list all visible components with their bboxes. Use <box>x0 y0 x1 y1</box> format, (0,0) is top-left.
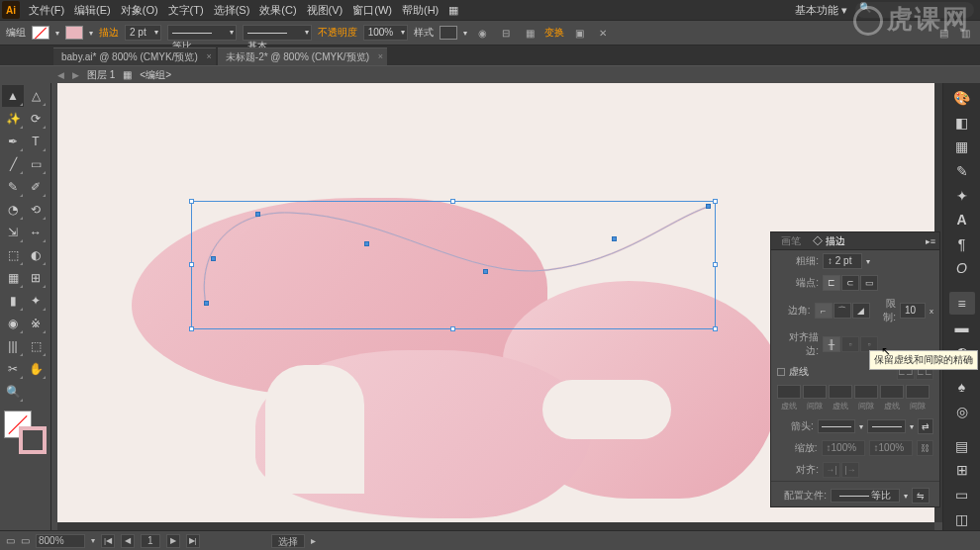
workspace-switcher[interactable]: 基本功能 ▾ <box>795 3 847 18</box>
stroke-weight-dropdown[interactable]: 2 pt <box>125 25 161 41</box>
paintbrush-tool[interactable]: ✎ <box>2 176 24 198</box>
corner-miter-button[interactable]: ⌐ <box>815 303 833 319</box>
transform-icon[interactable]: ▭ <box>949 484 975 506</box>
dash-field[interactable] <box>829 385 852 399</box>
panel-setup-icon[interactable]: ▤ <box>934 24 952 42</box>
symbols-icon[interactable]: ✦ <box>949 184 975 207</box>
menu-effect[interactable]: 效果(C) <box>254 3 301 18</box>
swap-arrows-button[interactable]: ⇄ <box>918 418 933 434</box>
blend-tool[interactable]: ◉ <box>2 313 24 334</box>
perspective-tool[interactable]: ▦ <box>2 267 24 289</box>
type-tool[interactable]: T <box>25 131 47 152</box>
prev-artboard-button[interactable]: ◀ <box>121 534 135 548</box>
panel-menu-icon[interactable]: ▸≡ <box>926 236 935 246</box>
gradient-tool[interactable]: ▮ <box>2 290 24 312</box>
corner-bevel-button[interactable]: ◢ <box>852 303 870 319</box>
document-tab-2[interactable]: 未标题-2* @ 800% (CMYK/预览)× <box>218 47 387 65</box>
resize-handle[interactable] <box>189 262 194 267</box>
magic-wand-tool[interactable]: ✨ <box>2 108 24 130</box>
resize-handle[interactable] <box>450 199 455 204</box>
stroke-indicator[interactable] <box>19 426 47 454</box>
resize-handle[interactable] <box>189 326 194 331</box>
cap-round-button[interactable]: ⊂ <box>841 275 859 291</box>
brushes-icon[interactable]: ✎ <box>949 160 975 183</box>
arrow-scale-start[interactable]: ↕100% <box>822 440 865 456</box>
cap-butt-button[interactable]: ⊏ <box>823 275 840 291</box>
next-artboard-button[interactable]: ▶ <box>166 534 180 548</box>
direct-selection-tool[interactable]: △ <box>25 85 47 107</box>
opacity-dropdown[interactable]: 100% <box>363 25 409 41</box>
horizontal-scrollbar[interactable] <box>57 522 934 530</box>
artboard-nav-icon[interactable]: ▭ <box>21 535 30 546</box>
gap-field[interactable] <box>906 385 930 399</box>
shape-builder-tool[interactable]: ◐ <box>25 244 47 266</box>
menu-type[interactable]: 文字(T) <box>163 3 209 18</box>
free-transform-tool[interactable]: ⬚ <box>2 244 24 266</box>
arrow-end-dropdown[interactable] <box>867 419 906 433</box>
arrow-scale-end[interactable]: ↕100% <box>869 440 913 456</box>
resize-handle[interactable] <box>713 326 718 331</box>
panel-pref-icon[interactable]: ▥ <box>956 24 974 42</box>
arrow-start-dropdown[interactable] <box>818 419 856 433</box>
pathfinder-icon[interactable]: ◫ <box>949 507 975 530</box>
recolor-icon[interactable]: ◉ <box>473 24 491 42</box>
panel-tab-brushes[interactable]: 画笔 <box>775 234 807 248</box>
gap-field[interactable] <box>854 385 878 399</box>
opentype-icon[interactable]: O <box>949 257 975 280</box>
cap-projecting-button[interactable]: ▭ <box>860 275 878 291</box>
stroke-panel-icon[interactable]: ≡ <box>949 292 975 315</box>
breadcrumb-layer[interactable]: 图层 1 <box>87 68 115 82</box>
bounding-box[interactable] <box>191 201 716 329</box>
back-icon[interactable]: ◀ <box>57 70 64 80</box>
hand-tool[interactable]: ✋ <box>25 358 47 380</box>
color-panel-icon[interactable]: 🎨 <box>949 87 975 110</box>
paragraph-icon[interactable]: ¶ <box>949 232 975 255</box>
align-icon[interactable]: ⊟ <box>497 24 515 42</box>
arrow-align-end-button[interactable]: |→ <box>841 462 859 478</box>
profile-dropdown[interactable]: 等比 <box>831 489 900 503</box>
fill-swatch[interactable] <box>32 26 49 40</box>
selection-tool[interactable]: ▲ <box>2 85 24 107</box>
slice-tool[interactable]: ✂ <box>2 358 24 380</box>
isolate-icon[interactable]: ▣ <box>570 24 588 42</box>
last-artboard-button[interactable]: ▶| <box>186 534 200 548</box>
breadcrumb-group[interactable]: <编组> <box>140 68 171 82</box>
width-tool[interactable]: ↔ <box>25 222 47 243</box>
pen-tool[interactable]: ✒ <box>2 131 24 152</box>
appearance-icon[interactable]: ♠ <box>949 376 975 399</box>
document-tab-1[interactable]: baby.ai* @ 800% (CMYK/预览)× <box>53 47 216 65</box>
first-artboard-button[interactable]: |◀ <box>101 534 115 548</box>
eraser-tool[interactable]: ◔ <box>2 199 24 221</box>
mesh-tool[interactable]: ⊞ <box>25 267 47 289</box>
artboard-nav-icon[interactable]: ▭ <box>6 535 15 546</box>
graphic-styles-icon[interactable]: ◎ <box>949 400 975 422</box>
artboard-number[interactable]: 1 <box>141 534 160 548</box>
menu-select[interactable]: 选择(S) <box>209 3 255 18</box>
weight-dropdown-icon[interactable]: ▾ <box>866 257 870 266</box>
align2-icon[interactable]: ▦ <box>521 24 539 42</box>
close-icon[interactable]: × <box>378 51 383 61</box>
panel-tab-stroke[interactable]: ◇ 描边 <box>807 234 851 248</box>
dash-field[interactable] <box>777 385 801 399</box>
zoom-level[interactable]: 800% <box>36 534 85 548</box>
pencil-tool[interactable]: ✐ <box>25 176 47 198</box>
menu-br-icon[interactable]: ▦ <box>443 4 463 17</box>
style-swatch[interactable] <box>440 26 457 40</box>
link-scale-button[interactable]: ⛓ <box>917 440 933 456</box>
eyedropper-tool[interactable]: ✦ <box>25 290 47 312</box>
corner-round-button[interactable]: ⌒ <box>833 303 851 319</box>
menu-file[interactable]: 文件(F) <box>24 3 69 18</box>
status-dropdown-icon[interactable]: ▸ <box>311 535 316 546</box>
align-inside-button[interactable]: ▫ <box>841 336 859 352</box>
resize-handle[interactable] <box>713 199 718 204</box>
dash-field[interactable] <box>880 385 904 399</box>
dashed-checkbox[interactable] <box>777 368 785 376</box>
artboard-tool[interactable]: ⬚ <box>25 335 47 357</box>
weight-field[interactable]: ↕ 2 pt <box>823 253 862 269</box>
layers-icon[interactable]: ▤ <box>949 435 975 458</box>
zoom-tool[interactable]: 🔍 <box>2 381 24 403</box>
align-panel-icon[interactable]: ⊞ <box>949 459 975 482</box>
resize-handle[interactable] <box>450 326 455 331</box>
brush-dropdown[interactable]: 基本 <box>243 25 312 41</box>
width-profile-dropdown[interactable]: 等比 <box>167 25 237 41</box>
